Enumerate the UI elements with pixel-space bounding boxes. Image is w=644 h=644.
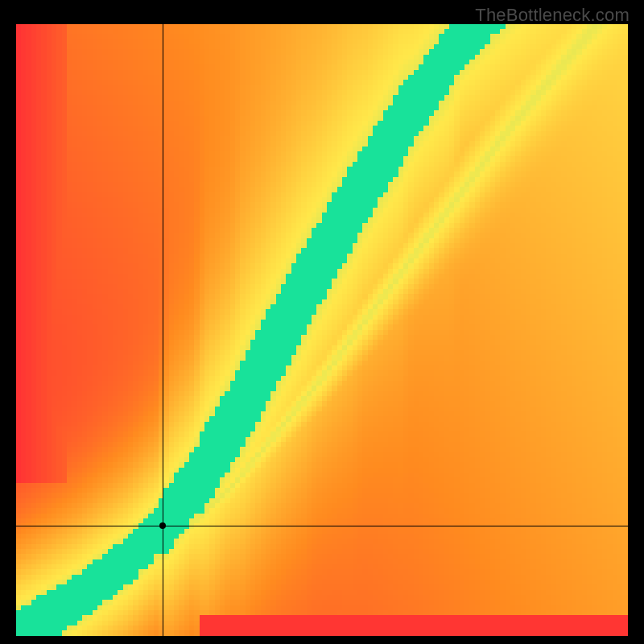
watermark-text: TheBottleneck.com — [475, 5, 630, 26]
chart-frame: TheBottleneck.com — [0, 0, 644, 644]
crosshair-horizontal — [16, 526, 628, 526]
heatmap-plot — [16, 24, 628, 636]
crosshair-vertical — [163, 24, 163, 636]
heatmap-canvas — [16, 24, 628, 636]
